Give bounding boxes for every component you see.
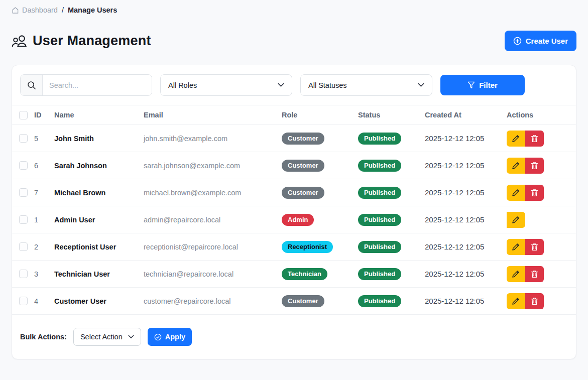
table-row: 7 Michael Brown michael.brown@example.co… xyxy=(12,179,576,206)
row-checkbox[interactable] xyxy=(19,161,28,170)
row-actions xyxy=(507,185,544,201)
status-badge: Published xyxy=(358,160,401,172)
search-group xyxy=(20,74,152,96)
bulk-actions-label: Bulk Actions: xyxy=(20,333,67,341)
delete-button[interactable] xyxy=(525,239,544,255)
row-checkbox[interactable] xyxy=(19,297,28,305)
table-row: 1 Admin User admin@repaircore.local Admi… xyxy=(12,206,576,233)
apply-button-label: Apply xyxy=(165,333,185,341)
table-row: 6 Sarah Johnson sarah.johnson@example.co… xyxy=(12,152,576,179)
table-row: 2 Receptionist User receptionist@repairc… xyxy=(12,233,576,261)
apply-button[interactable]: Apply xyxy=(148,328,192,346)
pencil-icon xyxy=(512,215,520,224)
user-id: 3 xyxy=(34,261,54,288)
edit-button[interactable] xyxy=(507,293,525,309)
trash-icon xyxy=(531,243,538,251)
select-all-checkbox[interactable] xyxy=(19,111,28,119)
plus-circle-icon xyxy=(513,37,522,45)
row-checkbox[interactable] xyxy=(19,188,28,197)
role-badge: Receptionist xyxy=(282,241,333,253)
user-name: Sarah Johnson xyxy=(54,152,144,179)
user-created-at: 2025-12-12 12:05 xyxy=(425,233,507,261)
pencil-icon xyxy=(512,242,520,251)
edit-button[interactable] xyxy=(507,239,525,255)
create-user-button[interactable]: Create User xyxy=(505,31,576,51)
filter-button[interactable]: Filter xyxy=(440,75,525,95)
pencil-icon xyxy=(512,188,520,197)
row-checkbox[interactable] xyxy=(19,270,28,278)
funnel-icon xyxy=(467,81,475,89)
user-id: 6 xyxy=(34,152,54,179)
users-card: All Roles All Statuses Filter xyxy=(12,65,576,359)
table-row: 5 John Smith john.smith@example.com Cust… xyxy=(12,125,576,152)
row-checkbox[interactable] xyxy=(19,134,28,143)
edit-button[interactable] xyxy=(507,158,525,174)
user-created-at: 2025-12-12 12:05 xyxy=(425,179,507,206)
search-icon xyxy=(21,75,43,95)
edit-button[interactable] xyxy=(507,131,525,147)
role-badge: Technician xyxy=(282,268,327,280)
user-id: 5 xyxy=(34,125,54,152)
status-badge: Published xyxy=(358,241,401,253)
trash-icon xyxy=(531,135,538,143)
role-badge: Customer xyxy=(282,133,324,145)
filter-bar: All Roles All Statuses Filter xyxy=(12,65,576,105)
delete-button[interactable] xyxy=(525,131,544,147)
row-actions xyxy=(507,158,544,174)
user-name: Receptionist User xyxy=(54,233,144,261)
delete-button[interactable] xyxy=(525,266,544,282)
role-badge: Customer xyxy=(282,295,324,307)
delete-button[interactable] xyxy=(525,185,544,201)
pencil-icon xyxy=(512,161,520,170)
edit-button[interactable] xyxy=(507,266,525,282)
user-created-at: 2025-12-12 12:05 xyxy=(425,206,507,233)
check-circle-icon xyxy=(154,333,162,341)
row-checkbox[interactable] xyxy=(19,215,28,224)
bulk-action-select[interactable]: Select Action xyxy=(73,328,141,346)
role-badge: Customer xyxy=(282,160,324,172)
table-body: 5 John Smith john.smith@example.com Cust… xyxy=(12,125,576,315)
column-created-at: Created At xyxy=(425,105,507,125)
breadcrumb-separator: / xyxy=(62,6,64,14)
statuses-select[interactable]: All Statuses xyxy=(300,74,432,96)
user-id: 4 xyxy=(34,288,54,315)
user-name: Technician User xyxy=(54,261,144,288)
roles-select[interactable]: All Roles xyxy=(160,74,292,96)
user-email: john.smith@example.com xyxy=(144,125,282,152)
user-created-at: 2025-12-12 12:05 xyxy=(425,261,507,288)
column-email: Email xyxy=(144,105,282,125)
row-actions xyxy=(507,239,544,255)
edit-button[interactable] xyxy=(507,212,525,228)
breadcrumb-dashboard-link[interactable]: Dashboard xyxy=(12,6,58,14)
user-email: sarah.johnson@example.com xyxy=(144,152,282,179)
user-name: John Smith xyxy=(54,125,144,152)
row-checkbox[interactable] xyxy=(19,242,28,251)
users-table: ID Name Email Role Status Created At Act… xyxy=(12,105,576,315)
user-id: 2 xyxy=(34,233,54,261)
page-title-text: User Management xyxy=(33,33,151,49)
table-header: ID Name Email Role Status Created At Act… xyxy=(12,105,576,125)
user-email: michael.brown@example.com xyxy=(144,179,282,206)
column-name: Name xyxy=(54,105,144,125)
users-icon xyxy=(12,35,27,48)
status-badge: Published xyxy=(358,214,401,226)
row-actions xyxy=(507,266,544,282)
table-row: 4 Customer User customer@repaircore.loca… xyxy=(12,288,576,315)
pencil-icon xyxy=(512,270,520,278)
delete-button[interactable] xyxy=(525,158,544,174)
filter-button-label: Filter xyxy=(479,81,498,89)
user-name: Admin User xyxy=(54,206,144,233)
status-badge: Published xyxy=(358,268,401,280)
breadcrumb-dashboard-label: Dashboard xyxy=(22,6,58,14)
user-email: technician@repaircore.local xyxy=(144,261,282,288)
role-badge: Customer xyxy=(282,187,324,199)
page-title: User Management xyxy=(12,33,151,49)
statuses-select-value: All Statuses xyxy=(308,81,347,89)
edit-button[interactable] xyxy=(507,185,525,201)
search-input[interactable] xyxy=(43,75,152,95)
delete-button[interactable] xyxy=(525,293,544,309)
trash-icon xyxy=(531,270,538,278)
user-management-page: Dashboard / Manage Users User Management… xyxy=(0,0,588,359)
home-icon xyxy=(12,7,19,14)
user-created-at: 2025-12-12 12:05 xyxy=(425,288,507,315)
